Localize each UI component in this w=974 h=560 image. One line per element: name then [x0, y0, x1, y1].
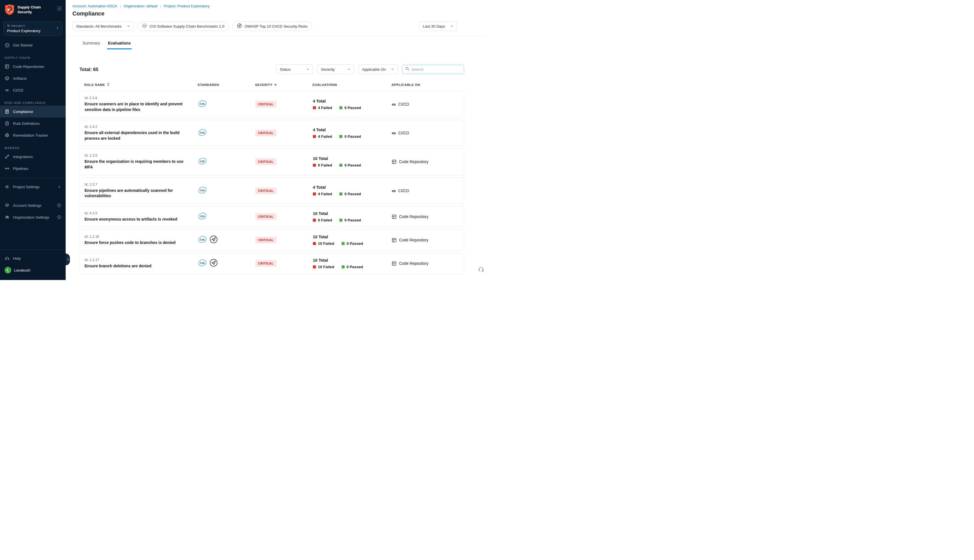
- breadcrumb-project-link[interactable]: Project: Product Exploratory: [164, 4, 209, 8]
- status-filter-select[interactable]: Status: [276, 65, 313, 74]
- cis-benchmark-chip[interactable]: CIS CIS Software Supply Chain Benchmarks…: [137, 22, 229, 31]
- settings-group: Account Settings Organization Settings: [0, 200, 66, 223]
- column-header-rule-name[interactable]: RULE NAME: [84, 83, 198, 87]
- severity-filter-value: Severity: [321, 67, 335, 72]
- rule-name: Ensure pipelines are automatically scann…: [85, 188, 190, 199]
- applicable-on-label: CI/CD: [398, 131, 409, 135]
- applicable-on-label: CI/CD: [398, 102, 409, 107]
- sidebar-item-help[interactable]: Help: [0, 252, 66, 264]
- cis-icon: CIS: [142, 23, 147, 29]
- sidebar-item-rule-definitions[interactable]: Rule Definitions: [0, 117, 66, 129]
- sidebar-item-organization-settings[interactable]: Organization Settings: [0, 211, 66, 223]
- owasp-chip[interactable]: OWASP Top 10 CI/CD Security Risks: [232, 22, 312, 31]
- passed-indicator: [342, 242, 345, 245]
- project-label: PROJECT: [7, 24, 58, 28]
- breadcrumb-account-link[interactable]: Account: Automation-SSCA: [72, 4, 117, 8]
- rule-name-cell: Id: 4.2.5 Ensure anonymous access to art…: [85, 211, 198, 222]
- svg-text:CIS: CIS: [200, 238, 205, 241]
- table-row[interactable]: Id: 4.2.5 Ensure anonymous access to art…: [80, 206, 464, 227]
- list-filters: Status Severity Applicable On: [276, 65, 464, 74]
- sidebar-item-label: Organization Settings: [13, 215, 49, 220]
- evaluations-detail: 10 Failed 0 Passed: [313, 242, 392, 246]
- standards-select[interactable]: Standards: All Benchmarks: [72, 22, 134, 31]
- info-icon[interactable]: [57, 215, 61, 219]
- table-row[interactable]: Id: 1.1.16 Ensure force pushes code to b…: [80, 230, 464, 251]
- rule-name: Ensure the organization is requiring mem…: [85, 159, 190, 170]
- code-repository-icon: [5, 64, 10, 69]
- sidebar-item-integrations[interactable]: Integrations: [0, 151, 66, 163]
- svg-text:CIS: CIS: [200, 215, 205, 218]
- search-input[interactable]: [412, 67, 461, 72]
- sidebar-item-pipelines[interactable]: Pipelines: [0, 163, 66, 174]
- cis-icon: CIS: [198, 258, 207, 268]
- rule-name-cell: Id: 1.1.16 Ensure force pushes code to b…: [85, 235, 198, 246]
- evaluations-detail: 4 Failed 0 Passed: [313, 106, 392, 110]
- page-title: Compliance: [72, 10, 480, 17]
- date-range-value: Last 30 Days: [423, 24, 445, 28]
- cis-icon: CIS: [198, 235, 207, 245]
- tab-summary[interactable]: Summary: [82, 36, 101, 49]
- sidebar-item-account-settings[interactable]: Account Settings: [0, 200, 66, 211]
- info-icon[interactable]: [57, 203, 61, 207]
- evaluations-cell: 4 Total 4 Failed 0 Passed: [313, 99, 392, 110]
- rule-name-cell: Id: 1.1.17 Ensure branch deletions are d…: [85, 258, 198, 269]
- sidebar-item-label: Pipelines: [13, 167, 28, 171]
- infinity-icon: ∞: [5, 88, 10, 92]
- user-menu[interactable]: L Lavakush: [0, 264, 66, 276]
- table-row[interactable]: Id: 1.3.5 Ensure the organization is req…: [80, 148, 464, 175]
- chevron-down-icon: [127, 25, 130, 28]
- support-headset-icon[interactable]: [478, 266, 484, 273]
- chip-label: CIS Software Supply Chain Benchmarks 1.0: [150, 24, 224, 28]
- severity-cell: CRITICAL: [255, 237, 313, 243]
- date-range-select[interactable]: Last 30 Days: [419, 22, 457, 31]
- tabs: Summary Evaluations: [66, 36, 487, 49]
- chevron-down-icon: [450, 25, 454, 28]
- applicable-on-filter-value: Applicable On: [362, 67, 386, 72]
- sidebar-item-project-settings[interactable]: Project Settings: [0, 181, 66, 193]
- sort-down-icon: [274, 83, 277, 87]
- passed-count: 0 Passed: [347, 265, 363, 269]
- sidebar-item-label: Code Repositories: [13, 65, 44, 69]
- people-icon: [5, 215, 10, 220]
- failed-indicator: [313, 106, 316, 109]
- rule-id: Id: 2.3.7: [85, 183, 190, 187]
- sidebar-item-code-repositories[interactable]: Code Repositories: [0, 60, 66, 72]
- breadcrumb-organization-link[interactable]: Organization: default: [124, 4, 158, 8]
- sidebar-item-artifacts[interactable]: Artifacts: [0, 72, 66, 84]
- table-row[interactable]: Id: 1.1.17 Ensure branch deletions are d…: [80, 253, 464, 274]
- sidebar-item-label: Artifacts: [13, 76, 27, 80]
- severity-badge: CRITICAL: [255, 237, 277, 243]
- sidebar-item-get-started[interactable]: Get Started: [0, 39, 66, 51]
- column-header-severity[interactable]: SEVERITY: [255, 83, 312, 87]
- list-toolbar: Total: 65 Status Severity: [80, 65, 464, 74]
- table-row[interactable]: Id: 2.4.2 Ensure all external dependenci…: [80, 120, 464, 146]
- sidebar-item-label: Rule Definitions: [13, 122, 40, 126]
- project-selector[interactable]: PROJECT Product Exploratory: [3, 22, 62, 36]
- severity-filter-select[interactable]: Severity: [317, 65, 354, 74]
- applicable-on-filter-select[interactable]: Applicable On: [359, 65, 398, 74]
- applicable-on-label: Code Repository: [399, 261, 429, 266]
- sidebar-item-cicd[interactable]: ∞ CI/CD: [0, 84, 66, 96]
- applicable-on-cell: Code Repository: [392, 238, 464, 243]
- brand: Supply Chain Security: [0, 0, 66, 18]
- severity-cell: CRITICAL: [255, 213, 313, 220]
- rules-list: Id: 2.3.8 Ensure scanners are in place t…: [80, 91, 464, 274]
- applicable-on-cell: Code Repository: [392, 160, 464, 164]
- table-row[interactable]: Id: 2.3.8 Ensure scanners are in place t…: [80, 91, 464, 117]
- sidebar-item-label: Get Started: [13, 43, 32, 47]
- tab-evaluations[interactable]: Evaluations: [107, 36, 132, 49]
- table-row[interactable]: Id: 2.3.7 Ensure pipelines are automatic…: [80, 177, 464, 204]
- page-header: Account: Automation-SSCA › Organization:…: [66, 0, 487, 17]
- rule-id: Id: 1.3.5: [85, 153, 190, 157]
- sidebar-item-remediation-tracker[interactable]: Remediation Tracker: [0, 129, 66, 141]
- sidebar-item-label: CI/CD: [13, 88, 23, 92]
- svg-text:CIS: CIS: [200, 188, 205, 192]
- owasp-icon: [237, 23, 242, 29]
- applicable-on-cell: ∞ CI/CD: [392, 188, 464, 193]
- evaluations-cell: 10 Total 0 Failed 0 Passed: [313, 156, 392, 167]
- sidebar-item-compliance[interactable]: Compliance: [0, 106, 66, 117]
- filter-bar: Standards: All Benchmarks CIS CIS Softwa…: [66, 17, 487, 36]
- section-label-supply-chain: SUPPLY CHAIN: [5, 56, 61, 60]
- chip-label: OWASP Top 10 CI/CD Security Risks: [245, 24, 307, 28]
- app-grid-icon[interactable]: [57, 4, 62, 12]
